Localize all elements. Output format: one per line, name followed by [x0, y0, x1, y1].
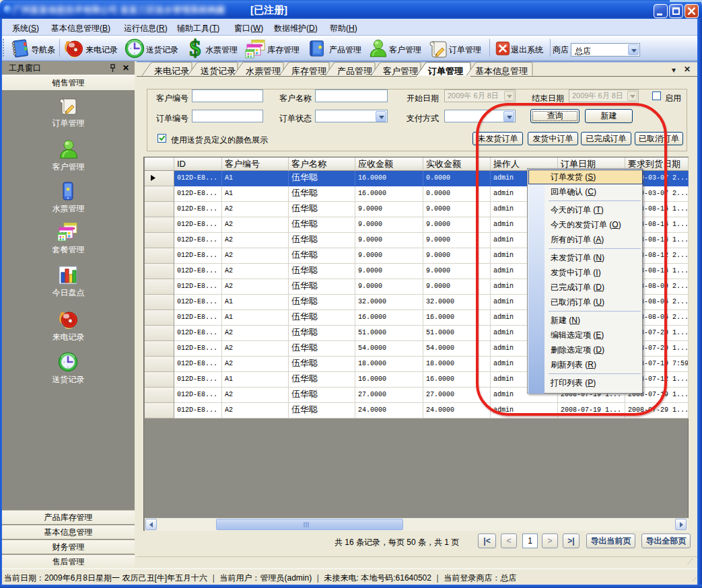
- svg-text:$: $: [190, 38, 201, 59]
